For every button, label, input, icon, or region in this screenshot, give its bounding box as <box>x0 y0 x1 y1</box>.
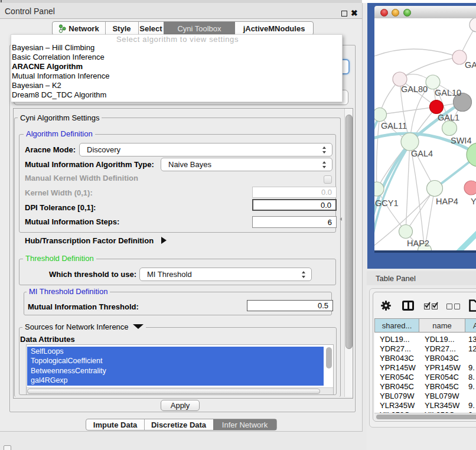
svg-text:GAL11: GAL11 <box>381 121 407 131</box>
svg-text:SWI4: SWI4 <box>451 136 471 145</box>
svg-text:GAL4: GAL4 <box>411 149 433 158</box>
svg-text:HAP2: HAP2 <box>407 239 429 248</box>
svg-text:GAL80: GAL80 <box>401 84 428 94</box>
svg-text:Y: Y <box>471 197 476 206</box>
svg-text:HAP4: HAP4 <box>436 197 458 206</box>
svg-text:GCY1: GCY1 <box>375 198 399 208</box>
svg-text:GAL1: GAL1 <box>438 113 459 122</box>
svg-text:GAL: GAL <box>465 60 476 70</box>
svg-text:GAL10: GAL10 <box>435 88 461 97</box>
